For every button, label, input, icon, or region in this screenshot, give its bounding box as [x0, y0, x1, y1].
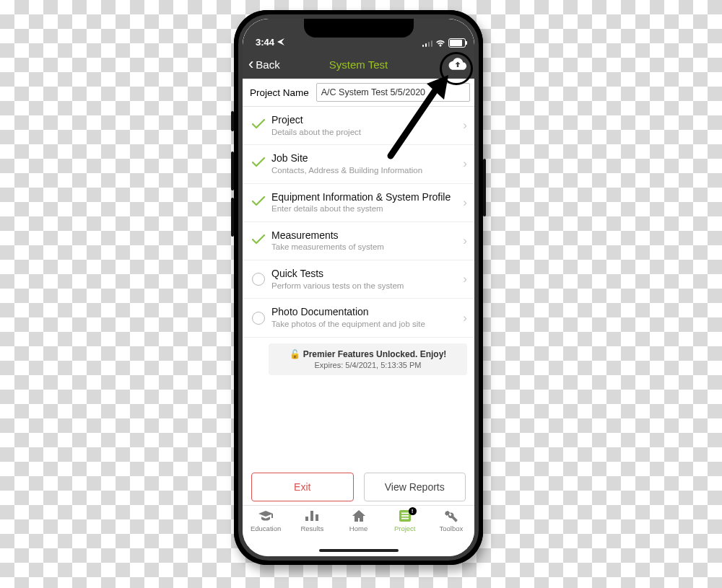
upload-cloud-button[interactable] [447, 53, 469, 75]
section-list: ProjectDetails about the project › Job S… [243, 107, 474, 375]
empty-circle-icon [252, 273, 265, 286]
row-photodoc[interactable]: Photo DocumentationTake photos of the eq… [243, 299, 474, 337]
svg-rect-2 [305, 517, 308, 521]
lock-icon: 🔓 [290, 349, 300, 359]
chevron-right-icon: › [460, 272, 470, 286]
battery-icon [448, 38, 466, 48]
cloud-upload-icon [448, 57, 467, 71]
cell-signal-icon [422, 40, 433, 47]
home-icon [351, 509, 367, 523]
notch [304, 19, 414, 38]
row-equipment[interactable]: Equipment Information & System ProfileEn… [243, 184, 474, 222]
chevron-right-icon: › [460, 118, 470, 133]
chevron-right-icon: › [460, 311, 470, 325]
exit-button[interactable]: Exit [251, 473, 354, 501]
tab-bar: Education Results Home ! Project [243, 505, 474, 556]
svg-rect-6 [401, 513, 409, 514]
status-time: 3:44 [256, 37, 274, 48]
svg-rect-4 [316, 514, 318, 521]
page-title: System Test [243, 58, 474, 71]
graduation-cap-icon [258, 509, 274, 523]
tab-education[interactable]: Education [243, 509, 289, 556]
check-icon [252, 157, 265, 170]
wifi-icon [435, 40, 445, 47]
svg-rect-3 [310, 511, 313, 521]
chevron-right-icon: › [460, 234, 470, 248]
check-icon [252, 234, 265, 247]
home-indicator [319, 549, 399, 552]
chevron-right-icon: › [460, 196, 470, 210]
check-icon [252, 119, 265, 132]
row-measurements[interactable]: MeasurementsTake measurements of system … [243, 222, 474, 260]
footer-buttons: Exit View Reports [243, 473, 474, 501]
phone-frame: 3:44 ‹ Back System Test [234, 10, 483, 565]
tools-icon [443, 509, 459, 523]
document-list-icon: ! [397, 509, 413, 523]
project-name-row: Project Name A/C System Test 5/5/2020 [243, 79, 474, 107]
chevron-right-icon: › [460, 157, 470, 171]
svg-rect-7 [401, 515, 409, 517]
row-project[interactable]: ProjectDetails about the project › [243, 107, 474, 145]
check-icon [252, 196, 265, 209]
project-name-input[interactable]: A/C System Test 5/5/2020 [316, 83, 470, 102]
nav-bar: ‹ Back System Test [243, 50, 474, 79]
svg-rect-8 [401, 518, 409, 519]
row-jobsite[interactable]: Job SiteContacts, Address & Building Inf… [243, 145, 474, 183]
location-icon [277, 38, 284, 47]
tab-toolbox[interactable]: Toolbox [428, 509, 474, 556]
premier-banner: 🔓Premier Features Unlocked. Enjoy! Expir… [269, 343, 467, 375]
bar-chart-icon [304, 509, 320, 523]
view-reports-button[interactable]: View Reports [364, 473, 466, 501]
row-quicktests[interactable]: Quick TestsPerform various tests on the … [243, 260, 474, 299]
empty-circle-icon [252, 312, 265, 325]
alert-badge-icon: ! [409, 507, 417, 515]
project-name-label: Project Name [250, 87, 309, 98]
